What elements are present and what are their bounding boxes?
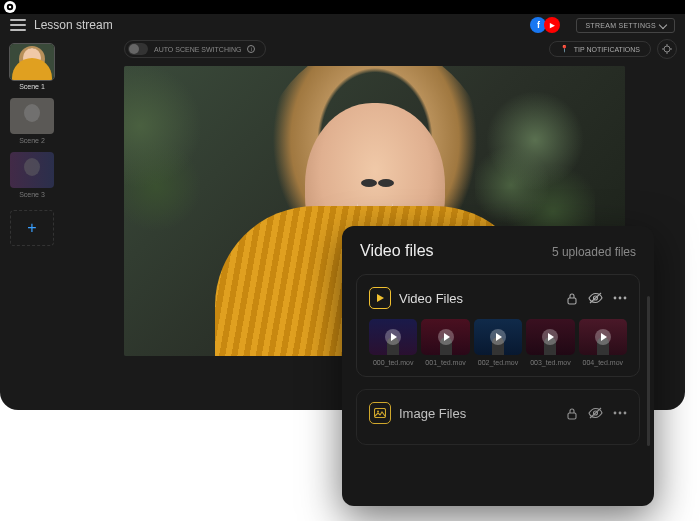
scene-thumb-1[interactable]: Scene 1	[10, 44, 54, 90]
tip-notifications-button[interactable]: 📍 TIP NOTIFICATIONS	[549, 41, 651, 57]
video-files-panel: Video files 5 uploaded files Video Files	[342, 226, 654, 506]
panel-title: Video files	[360, 242, 434, 260]
image-card-icon	[369, 402, 391, 424]
panel-subtitle: 5 uploaded files	[552, 245, 636, 259]
chevron-down-icon	[659, 21, 667, 29]
video-thumb[interactable]: 003_ted.mov	[526, 319, 574, 366]
video-filename: 003_ted.mov	[530, 359, 570, 366]
video-thumb[interactable]: 002_ted.mov	[474, 319, 522, 366]
svg-rect-11	[568, 298, 576, 304]
svg-rect-17	[375, 409, 386, 418]
visibility-off-icon[interactable]	[588, 407, 603, 419]
theme-toggle-button[interactable]	[657, 39, 677, 59]
svg-point-14	[614, 297, 617, 300]
video-filename: 004_ted.mov	[583, 359, 623, 366]
titlebar	[0, 0, 685, 14]
play-icon	[438, 329, 454, 345]
video-thumb[interactable]: 000_ted.mov	[369, 319, 417, 366]
preview-toolbar: AUTO SCENE SWITCHING i 📍 TIP NOTIFICATIO…	[64, 36, 685, 62]
video-filename: 002_ted.mov	[478, 359, 518, 366]
tip-label: TIP NOTIFICATIONS	[574, 46, 640, 53]
video-filename: 000_ted.mov	[373, 359, 413, 366]
menu-icon[interactable]	[10, 19, 26, 31]
video-card-icon	[369, 287, 391, 309]
lock-icon[interactable]	[566, 292, 578, 305]
auto-scene-label: AUTO SCENE SWITCHING	[154, 46, 241, 53]
scene-thumb-3[interactable]: Scene 3	[10, 152, 54, 198]
topbar: Lesson stream f ▸ STREAM SETTINGS	[0, 14, 685, 36]
video-card-title: Video Files	[399, 291, 558, 306]
more-icon[interactable]	[613, 411, 627, 415]
svg-point-1	[9, 6, 12, 9]
app-logo-icon	[4, 1, 16, 13]
toggle-switch-icon	[128, 43, 148, 55]
play-icon	[385, 329, 401, 345]
image-files-card: Image Files	[356, 389, 640, 445]
video-filename: 001_ted.mov	[425, 359, 465, 366]
svg-point-24	[624, 412, 627, 415]
scene-thumb-2[interactable]: Scene 2	[10, 98, 54, 144]
lock-icon[interactable]	[566, 407, 578, 420]
social-destinations: f ▸	[530, 17, 560, 33]
image-card-title: Image Files	[399, 406, 558, 421]
scenes-sidebar: Scene 1 Scene 2 Scene 3 +	[0, 36, 64, 410]
svg-point-18	[377, 411, 379, 413]
auto-scene-toggle[interactable]: AUTO SCENE SWITCHING i	[124, 40, 266, 58]
svg-point-2	[664, 46, 670, 52]
video-thumb[interactable]: 004_ted.mov	[579, 319, 627, 366]
info-icon[interactable]: i	[247, 45, 255, 53]
youtube-icon[interactable]: ▸	[544, 17, 560, 33]
svg-point-15	[619, 297, 622, 300]
video-thumbnail-row: 000_ted.mov 001_ted.mov 002_ted.mov 003_…	[369, 319, 627, 366]
panel-scrollbar[interactable]	[647, 296, 650, 446]
video-thumb[interactable]: 001_ted.mov	[421, 319, 469, 366]
stream-settings-button[interactable]: STREAM SETTINGS	[576, 18, 675, 33]
svg-marker-10	[377, 294, 384, 302]
visibility-off-icon[interactable]	[588, 292, 603, 304]
svg-rect-19	[568, 413, 576, 419]
scene-label: Scene 3	[19, 191, 45, 198]
more-icon[interactable]	[613, 296, 627, 300]
scene-label: Scene 2	[19, 137, 45, 144]
stream-settings-label: STREAM SETTINGS	[585, 22, 656, 29]
video-files-card: Video Files 000_ted.mov 001_ted.mo	[356, 274, 640, 377]
svg-point-22	[614, 412, 617, 415]
play-icon	[542, 329, 558, 345]
page-title: Lesson stream	[34, 18, 522, 32]
add-scene-button[interactable]: +	[10, 210, 54, 246]
svg-point-23	[619, 412, 622, 415]
svg-point-16	[624, 297, 627, 300]
scene-label: Scene 1	[19, 83, 45, 90]
pin-icon: 📍	[560, 45, 569, 53]
play-icon	[595, 329, 611, 345]
play-icon	[490, 329, 506, 345]
